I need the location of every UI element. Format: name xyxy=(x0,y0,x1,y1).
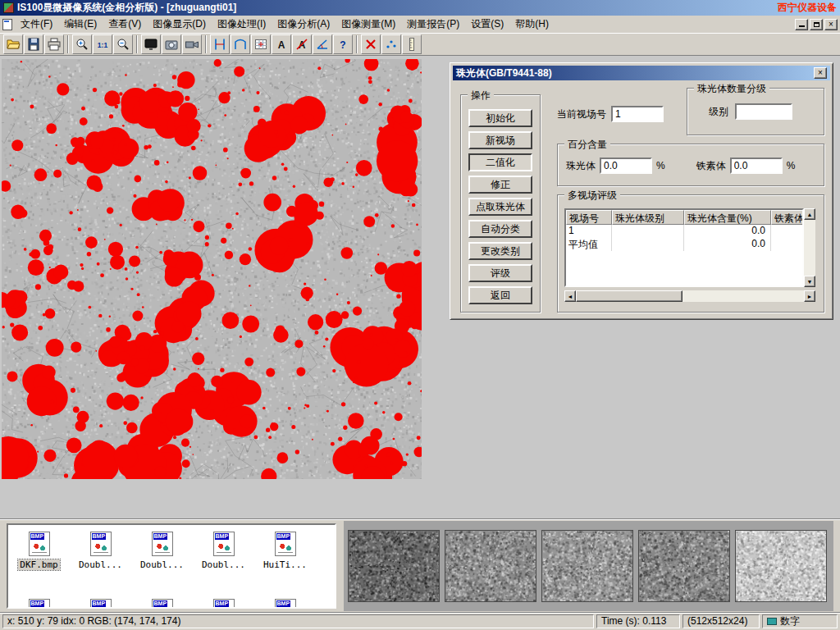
file-item[interactable]: BMPDoubl... xyxy=(131,532,193,570)
zoom-in-button[interactable] xyxy=(72,34,92,54)
bmp-file-icon: BMP xyxy=(90,532,112,556)
menu-item[interactable]: 文件(F) xyxy=(15,16,58,33)
thumbnail-1[interactable] xyxy=(348,530,440,602)
file-item[interactable]: BMPDoubl... xyxy=(193,532,254,570)
angle-measure-button[interactable] xyxy=(313,34,332,54)
point-pick-button[interactable] xyxy=(381,34,401,54)
ferrite-percent-input[interactable] xyxy=(730,158,783,174)
menu-item[interactable]: 查看(V) xyxy=(103,16,147,33)
text-annotation-button[interactable]: A xyxy=(272,34,291,54)
zoom-out-button[interactable] xyxy=(113,34,133,54)
toolbar-separator xyxy=(67,35,69,53)
menu-item[interactable]: 图像测量(M) xyxy=(336,16,401,33)
file-item[interactable]: BMPDKF.bmp xyxy=(8,532,70,570)
grid-measure-icon xyxy=(253,37,268,52)
scroll-right-icon[interactable]: ► xyxy=(804,290,815,302)
op-button-change-class[interactable]: 更改类别 xyxy=(468,242,532,260)
thumbnail-2[interactable] xyxy=(445,530,536,602)
menu-item[interactable]: 图像分析(A) xyxy=(272,16,336,33)
bmp-tag: BMP xyxy=(153,533,168,540)
grade-table-body: 10.0平均值0.0 xyxy=(566,225,802,251)
menu-item[interactable]: 设置(S) xyxy=(465,16,509,33)
status-position: x: 510 y: 79 idx: 0 RGB: (174, 174, 174) xyxy=(2,614,594,628)
mdi-restore-button[interactable] xyxy=(810,19,823,30)
measure-gate-button[interactable] xyxy=(231,34,250,54)
caliper-button[interactable] xyxy=(210,34,230,54)
op-button-return[interactable]: 返回 xyxy=(468,286,532,304)
thumbnail-4[interactable] xyxy=(638,530,730,602)
ruler-button[interactable] xyxy=(402,34,422,54)
print-button[interactable] xyxy=(44,34,64,54)
scroll-up-icon[interactable]: ▲ xyxy=(804,208,815,220)
video-camera-icon xyxy=(185,37,199,52)
thumbnail-5[interactable] xyxy=(735,530,827,602)
video-camera-button[interactable] xyxy=(182,34,202,54)
pearlite-percent-input[interactable] xyxy=(600,158,652,174)
op-button-pick-pearlite[interactable]: 点取珠光体 xyxy=(468,198,532,216)
micrograph-image[interactable] xyxy=(2,59,422,479)
caliper-icon xyxy=(212,37,227,52)
dialog-close-button[interactable]: × xyxy=(814,67,827,79)
save-button[interactable] xyxy=(24,34,43,54)
op-button-binarize[interactable]: 二值化 xyxy=(468,153,532,171)
table-row[interactable]: 平均值0.0 xyxy=(566,238,802,251)
table-vertical-scrollbar[interactable]: ▲ ▼ xyxy=(804,208,815,287)
dialog-title-bar[interactable]: 珠光体(GB/T9441-88) × xyxy=(453,66,830,80)
menu-item[interactable]: 测量报告(P) xyxy=(401,16,465,33)
status-mode: 数字 xyxy=(780,615,800,628)
percent-group-label: 百分含量 xyxy=(564,138,610,152)
scroll-down-icon[interactable]: ▼ xyxy=(804,276,815,287)
current-field-input[interactable] xyxy=(611,106,664,122)
horizontal-scroll-thumb[interactable] xyxy=(576,290,682,302)
vertical-scroll-track[interactable] xyxy=(804,220,815,276)
file-browser[interactable]: BMPDKF.bmpBMPDoubl...BMPDoubl...BMPDoubl… xyxy=(7,523,336,609)
menu-item[interactable]: 帮助(H) xyxy=(509,16,555,33)
zoom-actual-button[interactable]: 1:1 xyxy=(93,34,112,54)
bmp-file-icon: BMP xyxy=(275,599,296,609)
thumbnail-3[interactable] xyxy=(541,530,633,602)
capture-button[interactable] xyxy=(162,34,181,54)
file-item[interactable]: BMP xyxy=(70,599,131,609)
horizontal-scroll-track[interactable] xyxy=(576,290,804,302)
svg-text:1:1: 1:1 xyxy=(98,41,108,49)
zoom-out-icon xyxy=(116,37,130,52)
file-item[interactable]: BMPHuiTi... xyxy=(254,532,316,570)
op-button-correct[interactable]: 修正 xyxy=(468,176,532,194)
op-button-new-field[interactable]: 新视场 xyxy=(468,131,532,149)
file-item[interactable]: BMPDoubl... xyxy=(70,532,131,570)
help-button[interactable]: ? xyxy=(333,34,353,54)
scroll-left-icon[interactable]: ◄ xyxy=(564,290,576,302)
close-measure-button[interactable] xyxy=(361,34,381,54)
bmp-file-icon: BMP xyxy=(275,532,296,556)
table-header-cell: 视场号 xyxy=(566,210,612,225)
op-button-grade[interactable]: 评级 xyxy=(468,264,532,282)
bmp-tag: BMP xyxy=(92,533,107,540)
file-item[interactable]: BMP xyxy=(8,599,70,609)
table-row[interactable]: 10.0 xyxy=(566,225,802,238)
op-button-auto-classify[interactable]: 自动分类 xyxy=(468,220,532,238)
mdi-minimize-button[interactable] xyxy=(795,19,808,30)
display-mode-button[interactable] xyxy=(141,34,161,54)
open-button[interactable] xyxy=(3,34,23,54)
file-item[interactable]: BMP xyxy=(131,599,193,609)
operation-buttons: 初始化新视场二值化修正点取珠光体自动分类更改类别评级返回 xyxy=(461,95,540,304)
text-delete-button[interactable]: A xyxy=(292,34,312,54)
op-button-init[interactable]: 初始化 xyxy=(468,109,532,127)
grid-measure-button[interactable] xyxy=(251,34,271,54)
menu-item[interactable]: 图像处理(I) xyxy=(212,16,272,33)
table-cell xyxy=(612,225,684,238)
table-horizontal-scrollbar[interactable]: ◄ ► xyxy=(564,290,815,302)
grade-input[interactable] xyxy=(735,103,792,120)
menu-item[interactable]: 编辑(E) xyxy=(58,16,103,33)
menu-item[interactable]: 图像显示(D) xyxy=(147,16,212,33)
file-item[interactable]: BMP xyxy=(254,599,316,609)
angle-measure-icon xyxy=(315,37,330,52)
display-mode-icon xyxy=(144,37,158,52)
file-item[interactable]: BMP xyxy=(193,599,254,609)
operation-group-label: 操作 xyxy=(468,89,494,103)
table-cell: 1 xyxy=(566,225,612,238)
table-cell xyxy=(612,238,684,251)
bmp-tag: BMP xyxy=(30,533,45,540)
bmp-art xyxy=(217,542,231,553)
mdi-close-button[interactable]: × xyxy=(824,19,838,30)
